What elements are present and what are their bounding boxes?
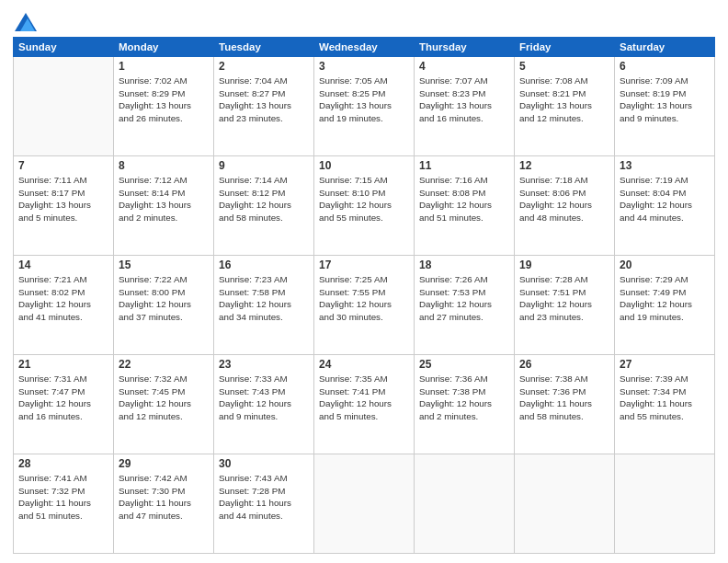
- calendar-cell: 28Sunrise: 7:41 AMSunset: 7:32 PMDayligh…: [14, 454, 114, 554]
- calendar-cell: 30Sunrise: 7:43 AMSunset: 7:28 PMDayligh…: [214, 454, 314, 554]
- day-info: Sunrise: 7:11 AMSunset: 8:17 PMDaylight:…: [18, 174, 108, 224]
- day-number: 19: [519, 259, 609, 271]
- calendar-cell: 24Sunrise: 7:35 AMSunset: 7:41 PMDayligh…: [314, 355, 415, 454]
- day-number: 30: [219, 457, 309, 470]
- day-number: 9: [219, 159, 309, 172]
- calendar-cell: 17Sunrise: 7:25 AMSunset: 7:55 PMDayligh…: [314, 256, 415, 355]
- day-number: 10: [319, 159, 409, 172]
- day-info: Sunrise: 7:32 AMSunset: 7:45 PMDaylight:…: [119, 373, 209, 423]
- day-info: Sunrise: 7:36 AMSunset: 7:38 PMDaylight:…: [419, 373, 509, 423]
- day-info: Sunrise: 7:09 AMSunset: 8:19 PMDaylight:…: [620, 75, 710, 125]
- day-info: Sunrise: 7:07 AMSunset: 8:23 PMDaylight:…: [419, 75, 509, 125]
- calendar-cell: 26Sunrise: 7:38 AMSunset: 7:36 PMDayligh…: [515, 355, 615, 454]
- day-number: 26: [519, 358, 609, 371]
- logo-icon: [15, 13, 37, 31]
- day-info: Sunrise: 7:22 AMSunset: 8:00 PMDaylight:…: [119, 273, 209, 324]
- calendar-cell: 6Sunrise: 7:09 AMSunset: 8:19 PMDaylight…: [615, 57, 715, 156]
- day-info: Sunrise: 7:43 AMSunset: 7:28 PMDaylight:…: [219, 472, 309, 523]
- calendar-cell: 12Sunrise: 7:18 AMSunset: 8:06 PMDayligh…: [515, 156, 615, 256]
- calendar-cell: 13Sunrise: 7:19 AMSunset: 8:04 PMDayligh…: [615, 156, 715, 256]
- calendar-cell: 21Sunrise: 7:31 AMSunset: 7:47 PMDayligh…: [14, 355, 114, 454]
- day-number: 11: [419, 159, 509, 172]
- day-number: 7: [18, 159, 108, 172]
- weekday-monday: Monday: [114, 38, 214, 57]
- calendar-cell: 29Sunrise: 7:42 AMSunset: 7:30 PMDayligh…: [114, 454, 214, 554]
- day-number: 20: [620, 259, 710, 271]
- day-info: Sunrise: 7:39 AMSunset: 7:34 PMDaylight:…: [620, 373, 710, 423]
- calendar-cell: 27Sunrise: 7:39 AMSunset: 7:34 PMDayligh…: [615, 355, 715, 454]
- day-info: Sunrise: 7:29 AMSunset: 7:49 PMDaylight:…: [620, 273, 710, 324]
- calendar-cell: 3Sunrise: 7:05 AMSunset: 8:25 PMDaylight…: [314, 57, 415, 156]
- day-number: 4: [419, 60, 509, 73]
- calendar-cell: 19Sunrise: 7:28 AMSunset: 7:51 PMDayligh…: [515, 256, 615, 355]
- calendar-cell: 8Sunrise: 7:12 AMSunset: 8:14 PMDaylight…: [114, 156, 214, 256]
- day-number: 3: [319, 60, 409, 73]
- calendar-cell: [415, 454, 515, 554]
- day-info: Sunrise: 7:05 AMSunset: 8:25 PMDaylight:…: [319, 75, 409, 125]
- weekday-header-row: SundayMondayTuesdayWednesdayThursdayFrid…: [14, 38, 715, 57]
- calendar-week-row: 7Sunrise: 7:11 AMSunset: 8:17 PMDaylight…: [14, 156, 715, 256]
- day-number: 12: [519, 159, 609, 172]
- day-number: 27: [620, 358, 710, 371]
- day-info: Sunrise: 7:23 AMSunset: 7:58 PMDaylight:…: [219, 273, 309, 324]
- day-info: Sunrise: 7:35 AMSunset: 7:41 PMDaylight:…: [319, 373, 409, 423]
- day-number: 16: [219, 259, 309, 271]
- calendar-cell: [314, 454, 415, 554]
- day-number: 13: [620, 159, 710, 172]
- day-number: 2: [219, 60, 309, 73]
- day-number: 6: [620, 60, 710, 73]
- calendar-cell: 22Sunrise: 7:32 AMSunset: 7:45 PMDayligh…: [114, 355, 214, 454]
- day-number: 17: [319, 259, 409, 271]
- calendar-cell: 2Sunrise: 7:04 AMSunset: 8:27 PMDaylight…: [214, 57, 314, 156]
- calendar-week-row: 14Sunrise: 7:21 AMSunset: 8:02 PMDayligh…: [14, 256, 715, 355]
- day-info: Sunrise: 7:02 AMSunset: 8:29 PMDaylight:…: [119, 75, 209, 125]
- weekday-sunday: Sunday: [14, 38, 114, 57]
- day-info: Sunrise: 7:25 AMSunset: 7:55 PMDaylight:…: [319, 273, 409, 324]
- page-header: [13, 9, 715, 31]
- weekday-thursday: Thursday: [415, 38, 515, 57]
- calendar-cell: 14Sunrise: 7:21 AMSunset: 8:02 PMDayligh…: [14, 256, 114, 355]
- day-number: 24: [319, 358, 409, 371]
- day-number: 23: [219, 358, 309, 371]
- day-info: Sunrise: 7:33 AMSunset: 7:43 PMDaylight:…: [219, 373, 309, 423]
- day-info: Sunrise: 7:28 AMSunset: 7:51 PMDaylight:…: [519, 273, 609, 324]
- day-info: Sunrise: 7:16 AMSunset: 8:08 PMDaylight:…: [419, 174, 509, 224]
- day-info: Sunrise: 7:42 AMSunset: 7:30 PMDaylight:…: [119, 472, 209, 523]
- calendar-cell: 11Sunrise: 7:16 AMSunset: 8:08 PMDayligh…: [415, 156, 515, 256]
- day-number: 5: [519, 60, 609, 73]
- calendar-cell: 7Sunrise: 7:11 AMSunset: 8:17 PMDaylight…: [14, 156, 114, 256]
- calendar-cell: [615, 454, 715, 554]
- calendar-cell: 4Sunrise: 7:07 AMSunset: 8:23 PMDaylight…: [415, 57, 515, 156]
- calendar-cell: 25Sunrise: 7:36 AMSunset: 7:38 PMDayligh…: [415, 355, 515, 454]
- day-number: 14: [18, 259, 108, 271]
- calendar-table: SundayMondayTuesdayWednesdayThursdayFrid…: [13, 37, 715, 554]
- calendar-cell: 20Sunrise: 7:29 AMSunset: 7:49 PMDayligh…: [615, 256, 715, 355]
- day-info: Sunrise: 7:19 AMSunset: 8:04 PMDaylight:…: [620, 174, 710, 224]
- day-info: Sunrise: 7:04 AMSunset: 8:27 PMDaylight:…: [219, 75, 309, 125]
- calendar-cell: 9Sunrise: 7:14 AMSunset: 8:12 PMDaylight…: [214, 156, 314, 256]
- day-info: Sunrise: 7:31 AMSunset: 7:47 PMDaylight:…: [18, 373, 108, 423]
- day-info: Sunrise: 7:41 AMSunset: 7:32 PMDaylight:…: [18, 472, 108, 523]
- calendar-cell: 16Sunrise: 7:23 AMSunset: 7:58 PMDayligh…: [214, 256, 314, 355]
- day-info: Sunrise: 7:21 AMSunset: 8:02 PMDaylight:…: [18, 273, 108, 324]
- calendar-cell: 1Sunrise: 7:02 AMSunset: 8:29 PMDaylight…: [114, 57, 214, 156]
- calendar-cell: [515, 454, 615, 554]
- day-number: 21: [18, 358, 108, 371]
- day-number: 18: [419, 259, 509, 271]
- day-info: Sunrise: 7:12 AMSunset: 8:14 PMDaylight:…: [119, 174, 209, 224]
- calendar-cell: [14, 57, 114, 156]
- day-info: Sunrise: 7:14 AMSunset: 8:12 PMDaylight:…: [219, 174, 309, 224]
- calendar-week-row: 21Sunrise: 7:31 AMSunset: 7:47 PMDayligh…: [14, 355, 715, 454]
- day-info: Sunrise: 7:18 AMSunset: 8:06 PMDaylight:…: [519, 174, 609, 224]
- calendar-cell: 23Sunrise: 7:33 AMSunset: 7:43 PMDayligh…: [214, 355, 314, 454]
- weekday-wednesday: Wednesday: [314, 38, 415, 57]
- weekday-tuesday: Tuesday: [214, 38, 314, 57]
- weekday-friday: Friday: [515, 38, 615, 57]
- calendar-week-row: 1Sunrise: 7:02 AMSunset: 8:29 PMDaylight…: [14, 57, 715, 156]
- day-info: Sunrise: 7:08 AMSunset: 8:21 PMDaylight:…: [519, 75, 609, 125]
- calendar-cell: 5Sunrise: 7:08 AMSunset: 8:21 PMDaylight…: [515, 57, 615, 156]
- day-info: Sunrise: 7:38 AMSunset: 7:36 PMDaylight:…: [519, 373, 609, 423]
- calendar-cell: 10Sunrise: 7:15 AMSunset: 8:10 PMDayligh…: [314, 156, 415, 256]
- calendar-cell: 15Sunrise: 7:22 AMSunset: 8:00 PMDayligh…: [114, 256, 214, 355]
- weekday-saturday: Saturday: [615, 38, 715, 57]
